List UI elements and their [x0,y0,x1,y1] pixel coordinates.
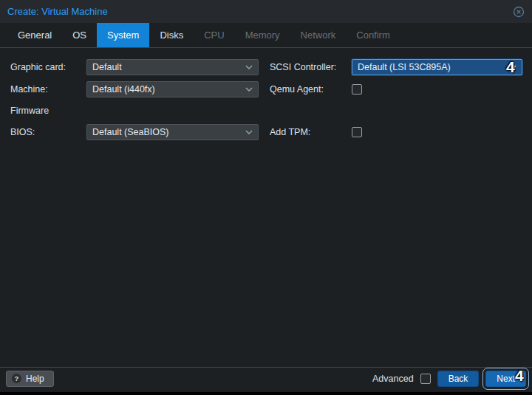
graphic-card-value: Default [92,62,241,72]
wizard-tabbar: General OS System Disks CPU Memory Netwo… [0,23,532,48]
create-vm-dialog: Create: Virtual Machine General OS Syste… [0,0,532,395]
add-tpm-checkbox[interactable] [352,127,362,137]
scsi-controller-combo[interactable]: Default (LSI 53C895A) [352,59,522,75]
next-button[interactable]: Next [485,371,526,387]
tab-os[interactable]: OS [62,23,97,47]
qemu-agent-label: Qemu Agent: [270,81,324,97]
machine-label: Machine: [10,81,48,97]
help-button-label: Help [26,374,44,384]
qemu-agent-checkbox[interactable] [352,84,362,95]
tab-disks[interactable]: Disks [149,23,194,47]
tab-network: Network [290,23,347,47]
help-button[interactable]: ? Help [6,371,54,387]
close-icon[interactable] [513,6,525,18]
bios-select[interactable]: Default (SeaBIOS) [86,124,259,140]
chevron-down-icon [245,130,253,134]
back-button[interactable]: Back [437,371,480,387]
firmware-section-label: Firmware [10,106,49,116]
dialog-surface: Create: Virtual Machine General OS Syste… [0,0,532,392]
bios-value: Default (SeaBIOS) [92,127,241,137]
tab-general[interactable]: General [7,23,62,47]
add-tpm-label: Add TPM: [270,124,310,140]
chevron-down-icon [509,65,516,69]
tab-memory: Memory [235,23,290,47]
dialog-title: Create: Virtual Machine [7,6,108,17]
advanced-checkbox[interactable] [420,374,431,384]
tab-cpu: CPU [194,23,234,47]
graphic-card-label: Graphic card: [10,59,66,75]
chevron-down-icon [245,65,253,69]
system-tab-panel: Graphic card: Default Machine: Default (… [0,49,532,368]
tab-confirm: Confirm [346,23,400,47]
scsi-controller-value: Default (LSI 53C895A) [358,62,505,72]
tab-system[interactable]: System [97,23,149,47]
graphic-card-select[interactable]: Default [86,59,259,75]
machine-value: Default (i440fx) [92,84,241,95]
advanced-label: Advanced [372,374,414,384]
dialog-titlebar: Create: Virtual Machine [0,0,532,23]
machine-select[interactable]: Default (i440fx) [86,81,259,97]
scsi-controller-label: SCSI Controller: [270,59,336,75]
bios-label: BIOS: [10,124,35,140]
chevron-down-icon [245,87,253,92]
help-icon: ? [12,374,21,383]
wizard-footer: ? Help Advanced Back Next [0,367,532,389]
